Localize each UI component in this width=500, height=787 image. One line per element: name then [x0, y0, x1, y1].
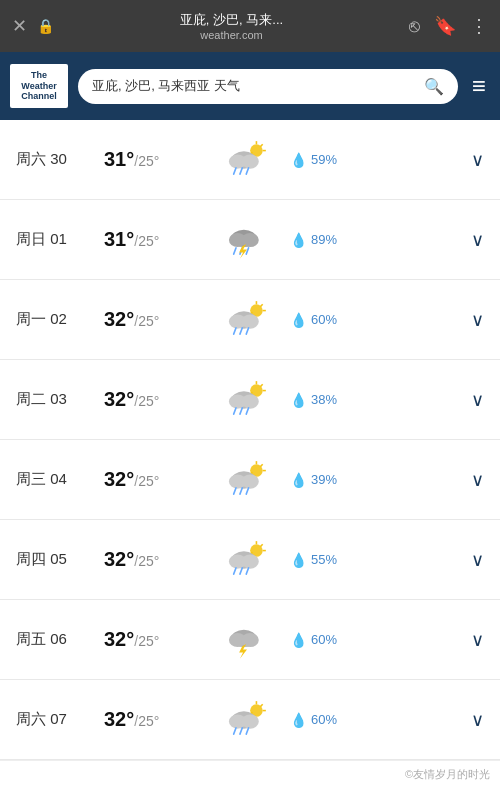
precip-value: 60%	[311, 312, 337, 327]
domain-label: weather.com	[200, 29, 262, 41]
precip-value: 38%	[311, 392, 337, 407]
weather-channel-logo[interactable]: The Weather Channel	[10, 64, 68, 108]
svg-line-54	[246, 487, 248, 493]
logo-channel-text: Channel	[21, 91, 57, 102]
share-icon[interactable]: ⎋	[409, 16, 420, 37]
svg-line-22	[260, 304, 262, 306]
precipitation-label: 💧 60%	[290, 632, 350, 648]
weather-condition-icon	[212, 698, 282, 742]
svg-line-58	[260, 544, 262, 546]
site-navbar: The Weather Channel 亚庇, 沙巴, 马来西亚 天气 🔍 ≡	[0, 52, 500, 120]
day-label: 周六 30	[16, 150, 96, 169]
temp-low: 25°	[138, 633, 159, 649]
svg-point-69	[242, 632, 259, 646]
svg-line-11	[246, 167, 248, 173]
expand-chevron-icon[interactable]: ∨	[471, 229, 484, 251]
temp-label: 32°/25°	[104, 468, 204, 491]
precipitation-label: 💧 60%	[290, 712, 350, 728]
temp-low: 25°	[138, 473, 159, 489]
search-query-text: 亚庇, 沙巴, 马来西亚 天气	[92, 77, 240, 95]
hamburger-menu-icon[interactable]: ≡	[468, 68, 490, 104]
weather-condition-icon	[212, 218, 282, 262]
more-icon[interactable]: ⋮	[470, 15, 488, 37]
precipitation-label: 💧 59%	[290, 152, 350, 168]
svg-line-42	[246, 407, 248, 413]
close-tab-icon[interactable]: ✕	[12, 15, 27, 37]
precip-value: 60%	[311, 632, 337, 647]
temp-low: 25°	[138, 313, 159, 329]
expand-chevron-icon[interactable]: ∨	[471, 629, 484, 651]
svg-line-82	[246, 727, 248, 733]
weather-row[interactable]: 周一 02 32°/25° 💧 60% ∨	[0, 280, 500, 360]
svg-line-81	[240, 727, 242, 733]
temp-high: 31°	[104, 148, 134, 170]
day-label: 周二 03	[16, 390, 96, 409]
precipitation-label: 💧 60%	[290, 312, 350, 328]
raindrop-icon: 💧	[290, 632, 307, 648]
expand-chevron-icon[interactable]: ∨	[471, 309, 484, 331]
raindrop-icon: 💧	[290, 552, 307, 568]
day-label: 周六 07	[16, 710, 96, 729]
page-title: 亚庇, 沙巴, 马来...	[180, 11, 283, 29]
weather-condition-icon	[212, 618, 282, 662]
weather-row[interactable]: 周三 04 32°/25° 💧 39% ∨	[0, 440, 500, 520]
temp-low: 25°	[138, 153, 159, 169]
svg-line-10	[240, 167, 242, 173]
temp-high: 31°	[104, 228, 134, 250]
svg-line-65	[240, 567, 242, 573]
weather-row[interactable]: 周六 30 31°/25° 💧 59% ∨	[0, 120, 500, 200]
browser-chrome: ✕ 🔒 亚庇, 沙巴, 马来... weather.com ⎋ 🔖 ⋮	[0, 0, 500, 52]
raindrop-icon: 💧	[290, 392, 307, 408]
weather-condition-icon	[212, 298, 282, 342]
temp-high: 32°	[104, 468, 134, 490]
day-label: 周五 06	[16, 630, 96, 649]
expand-chevron-icon[interactable]: ∨	[471, 709, 484, 731]
temp-label: 32°/25°	[104, 308, 204, 331]
svg-point-79	[242, 714, 259, 728]
day-label: 周三 04	[16, 470, 96, 489]
day-label: 周一 02	[16, 310, 96, 329]
svg-line-17	[246, 247, 248, 253]
precipitation-label: 💧 89%	[290, 232, 350, 248]
weather-row[interactable]: 周二 03 32°/25° 💧 38% ∨	[0, 360, 500, 440]
temp-low: 25°	[138, 553, 159, 569]
expand-chevron-icon[interactable]: ∨	[471, 549, 484, 571]
svg-line-66	[246, 567, 248, 573]
weather-condition-icon	[212, 538, 282, 582]
weather-row[interactable]: 周四 05 32°/25° 💧 55% ∨	[0, 520, 500, 600]
search-bar[interactable]: 亚庇, 沙巴, 马来西亚 天气 🔍	[78, 69, 458, 104]
logo-the-text: The	[31, 70, 47, 81]
url-area: 亚庇, 沙巴, 马来... weather.com	[64, 11, 399, 41]
temp-label: 32°/25°	[104, 548, 204, 571]
expand-chevron-icon[interactable]: ∨	[471, 469, 484, 491]
weather-condition-icon	[212, 378, 282, 422]
temp-label: 31°/25°	[104, 228, 204, 251]
expand-chevron-icon[interactable]: ∨	[471, 149, 484, 171]
precip-value: 89%	[311, 232, 337, 247]
svg-point-39	[242, 394, 259, 408]
weather-row[interactable]: 周六 07 32°/25° 💧 60% ∨	[0, 680, 500, 760]
svg-line-29	[240, 327, 242, 333]
temp-label: 32°/25°	[104, 388, 204, 411]
precip-value: 60%	[311, 712, 337, 727]
temp-label: 32°/25°	[104, 628, 204, 651]
weather-condition-icon	[212, 458, 282, 502]
svg-line-46	[260, 464, 262, 466]
logo-weather-text: Weather	[21, 81, 56, 92]
temp-low: 25°	[138, 713, 159, 729]
precipitation-label: 💧 55%	[290, 552, 350, 568]
bookmark-icon[interactable]: 🔖	[434, 15, 456, 37]
svg-line-34	[260, 384, 262, 386]
svg-point-63	[242, 554, 259, 568]
svg-line-41	[240, 407, 242, 413]
svg-point-14	[242, 232, 259, 246]
weather-row[interactable]: 周日 01 31°/25° 💧 89% ∨	[0, 200, 500, 280]
raindrop-icon: 💧	[290, 712, 307, 728]
search-icon: 🔍	[424, 77, 444, 96]
precipitation-label: 💧 39%	[290, 472, 350, 488]
svg-line-28	[234, 327, 236, 333]
svg-line-15	[234, 247, 236, 253]
expand-chevron-icon[interactable]: ∨	[471, 389, 484, 411]
temp-label: 32°/25°	[104, 708, 204, 731]
weather-row[interactable]: 周五 06 32°/25° 💧 60% ∨	[0, 600, 500, 680]
